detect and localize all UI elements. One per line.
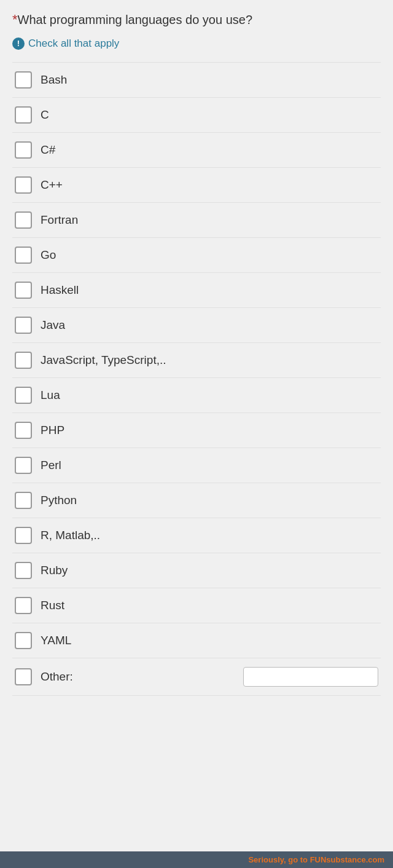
list-item: Java [12,308,381,343]
list-item: Python [12,483,381,518]
list-item: Rust [12,588,381,623]
checkbox-lua[interactable] [15,387,32,404]
checkbox-r_matlab[interactable] [15,527,32,544]
footer-brand: FUNsubstance.com [310,855,384,864]
label-c[interactable]: C [41,108,378,122]
checkbox-csharp[interactable] [15,141,32,159]
label-r_matlab[interactable]: R, Matlab,.. [41,529,378,542]
checkbox-perl[interactable] [15,457,32,474]
label-go[interactable]: Go [41,248,378,262]
footer: Seriously, go to FUNsubstance.com [0,851,393,868]
list-item: Ruby [12,553,381,588]
label-cpp[interactable]: C++ [41,178,378,192]
label-javascript[interactable]: JavaScript, TypeScript,.. [41,353,378,367]
checkbox-list: BashCC#C++FortranGoHaskellJavaJavaScript… [12,62,381,696]
list-item: Fortran [12,203,381,238]
checkbox-ruby[interactable] [15,562,32,579]
checkbox-c[interactable] [15,106,32,124]
list-item: YAML [12,623,381,658]
checkbox-bash[interactable] [15,71,32,89]
checkbox-rust[interactable] [15,597,32,614]
list-item: Haskell [12,273,381,308]
list-item: JavaScript, TypeScript,.. [12,343,381,378]
list-item: R, Matlab,.. [12,518,381,553]
label-ruby[interactable]: Ruby [41,564,378,577]
checkbox-javascript[interactable] [15,352,32,369]
label-rust[interactable]: Rust [41,599,378,612]
checkbox-fortran[interactable] [15,211,32,229]
checkbox-go[interactable] [15,247,32,264]
instruction-text: Check all that apply [28,37,119,50]
list-item: Other: [12,658,381,696]
checkbox-yaml[interactable] [15,632,32,649]
info-icon: ! [12,37,25,50]
label-haskell[interactable]: Haskell [41,283,378,297]
label-java[interactable]: Java [41,318,378,332]
checkbox-haskell[interactable] [15,282,32,299]
required-star: * [12,12,18,27]
label-other[interactable]: Other: [41,670,232,684]
other-text-input[interactable] [243,667,378,687]
question-text: What programming languages do you use? [18,13,252,26]
list-item: Go [12,238,381,273]
list-item: Perl [12,448,381,483]
label-php[interactable]: PHP [41,424,378,437]
label-perl[interactable]: Perl [41,459,378,472]
footer-text: Seriously, go to [248,855,309,864]
label-csharp[interactable]: C# [41,143,378,157]
checkbox-cpp[interactable] [15,176,32,194]
label-fortran[interactable]: Fortran [41,213,378,227]
list-item: C# [12,133,381,168]
list-item: C [12,98,381,133]
question-title: *What programming languages do you use? [12,11,381,29]
checkbox-other[interactable] [15,668,32,685]
form-container: *What programming languages do you use? … [0,0,393,720]
label-lua[interactable]: Lua [41,389,378,402]
label-python[interactable]: Python [41,494,378,507]
list-item: PHP [12,413,381,448]
checkbox-python[interactable] [15,492,32,509]
list-item: Lua [12,378,381,413]
instruction-row: ! Check all that apply [12,37,381,50]
checkbox-java[interactable] [15,317,32,334]
list-item: C++ [12,168,381,203]
label-yaml[interactable]: YAML [41,634,378,647]
list-item: Bash [12,62,381,98]
label-bash[interactable]: Bash [41,73,378,87]
checkbox-php[interactable] [15,422,32,439]
